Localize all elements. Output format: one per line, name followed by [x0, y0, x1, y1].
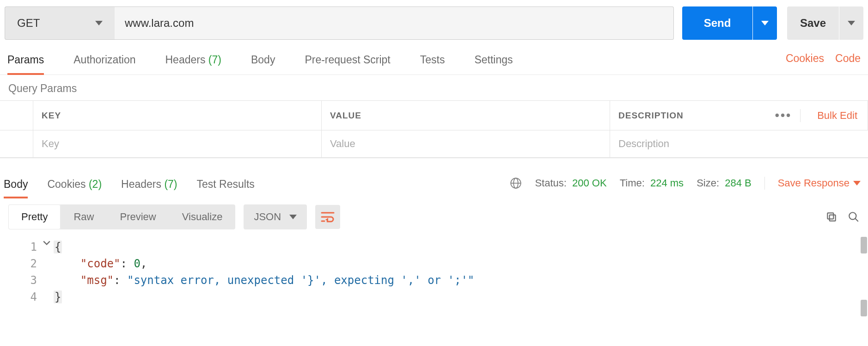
tab-tests[interactable]: Tests	[420, 51, 445, 74]
view-pretty[interactable]: Pretty	[8, 204, 61, 229]
code-token: 0	[134, 257, 140, 270]
body-format-value: JSON	[254, 211, 281, 223]
code-token: "code"	[80, 257, 121, 270]
tab-label: Cookies	[47, 178, 86, 190]
time-value: 224 ms	[650, 177, 684, 189]
response-body-toolbar: Pretty Raw Preview Visualize JSON	[0, 198, 868, 234]
save-response-label: Save Response	[778, 177, 850, 189]
code-link[interactable]: Code	[835, 52, 861, 73]
tab-label: Body	[251, 54, 275, 66]
line-number: 2	[0, 255, 43, 272]
size-label: Size:	[697, 177, 719, 189]
tab-count: (2)	[89, 178, 102, 190]
status-label: Status:	[535, 177, 566, 189]
request-bar: GET Send Save	[0, 0, 868, 44]
param-description-input[interactable]	[618, 138, 860, 150]
view-raw[interactable]: Raw	[61, 204, 107, 229]
column-key: KEY	[33, 101, 322, 130]
tab-label: Headers	[121, 178, 161, 190]
chevron-down-icon	[848, 21, 855, 25]
param-value-input[interactable]	[330, 138, 601, 150]
column-value: VALUE	[322, 101, 610, 130]
chevron-down-icon	[95, 21, 103, 25]
chevron-down-icon	[289, 215, 297, 219]
tab-pre-request-script[interactable]: Pre-request Script	[305, 51, 390, 74]
copy-icon[interactable]	[825, 211, 837, 223]
svg-rect-3	[827, 213, 833, 219]
request-url-input[interactable]	[115, 6, 674, 40]
tab-label: Settings	[474, 54, 513, 66]
body-format-select[interactable]: JSON	[244, 204, 307, 229]
tab-response-body[interactable]: Body	[4, 175, 28, 198]
tab-label: Pre-request Script	[305, 54, 390, 66]
tab-label: Test Results	[197, 178, 255, 190]
save-response-button[interactable]: Save Response	[778, 177, 861, 189]
response-status: Status: 200 OK	[535, 177, 606, 189]
code-token: ,	[141, 257, 147, 270]
tab-headers[interactable]: Headers (7)	[165, 51, 221, 74]
tab-params[interactable]: Params	[7, 51, 44, 74]
view-visualize[interactable]: Visualize	[169, 204, 236, 229]
query-params-table: KEY VALUE DESCRIPTION ••• Bulk Edit	[0, 100, 868, 158]
save-options-button[interactable]	[839, 6, 863, 40]
tab-label: Params	[7, 54, 44, 66]
globe-icon[interactable]	[510, 177, 522, 189]
svg-rect-2	[830, 215, 836, 221]
tab-authorization[interactable]: Authorization	[73, 51, 135, 74]
divider	[764, 177, 765, 190]
tab-label: Body	[4, 178, 28, 190]
send-button[interactable]: Send	[682, 6, 752, 40]
query-params-title: Query Params	[0, 75, 868, 100]
chevron-down-icon	[853, 181, 861, 185]
fold-icon[interactable]	[43, 239, 54, 255]
code-token: {	[54, 241, 62, 253]
param-key-input[interactable]	[42, 138, 313, 150]
divider	[800, 109, 801, 122]
code-token: "msg"	[80, 274, 114, 287]
tab-settings[interactable]: Settings	[474, 51, 513, 74]
wrap-icon	[321, 211, 335, 223]
tab-count: (7)	[164, 178, 177, 190]
code-token: }	[54, 290, 62, 303]
response-body-code[interactable]: 1 { 2 "code": 0, 3 "msg": "syntax error,…	[0, 234, 868, 319]
line-number: 3	[0, 272, 43, 289]
save-button[interactable]: Save	[787, 6, 839, 40]
send-options-button[interactable]	[753, 6, 777, 40]
response-time: Time: 224 ms	[620, 177, 684, 189]
tab-count: (7)	[208, 54, 221, 66]
http-method-value: GET	[17, 17, 40, 30]
scrollbar-thumb[interactable]	[861, 237, 867, 253]
view-preview[interactable]: Preview	[107, 204, 169, 229]
size-value: 284 B	[725, 177, 752, 189]
time-label: Time:	[620, 177, 645, 189]
response-tabs: Body Cookies (2) Headers (7) Test Result…	[0, 171, 868, 198]
scrollbar-thumb[interactable]	[861, 300, 867, 316]
code-token: :	[121, 257, 134, 270]
search-icon[interactable]	[848, 211, 860, 223]
cookies-link[interactable]: Cookies	[786, 52, 824, 73]
chevron-down-icon	[761, 21, 769, 25]
column-description-label: DESCRIPTION	[618, 111, 684, 121]
wrap-lines-button[interactable]	[315, 205, 340, 229]
request-tabs: Params Authorization Headers (7) Body Pr…	[0, 44, 868, 75]
svg-point-4	[849, 212, 856, 219]
column-checkbox	[0, 101, 33, 130]
tab-label: Tests	[420, 54, 445, 66]
status-value: 200 OK	[572, 177, 607, 189]
http-method-select[interactable]: GET	[5, 6, 115, 40]
tab-body[interactable]: Body	[251, 51, 275, 74]
tab-response-headers[interactable]: Headers (7)	[121, 175, 177, 198]
tab-label: Headers	[165, 54, 206, 66]
row-checkbox-cell[interactable]	[0, 130, 33, 158]
bulk-edit-link[interactable]: Bulk Edit	[817, 110, 857, 122]
tab-response-test-results[interactable]: Test Results	[197, 175, 255, 198]
line-number: 4	[0, 289, 43, 305]
code-token: "syntax error, unexpected '}', expecting…	[127, 274, 474, 287]
section-separator	[0, 158, 868, 171]
more-icon[interactable]: •••	[775, 108, 792, 123]
tab-response-cookies[interactable]: Cookies (2)	[47, 175, 102, 198]
table-row	[0, 130, 868, 158]
tab-label: Authorization	[73, 54, 135, 66]
line-number: 1	[0, 239, 43, 255]
column-description: DESCRIPTION ••• Bulk Edit	[610, 101, 868, 130]
